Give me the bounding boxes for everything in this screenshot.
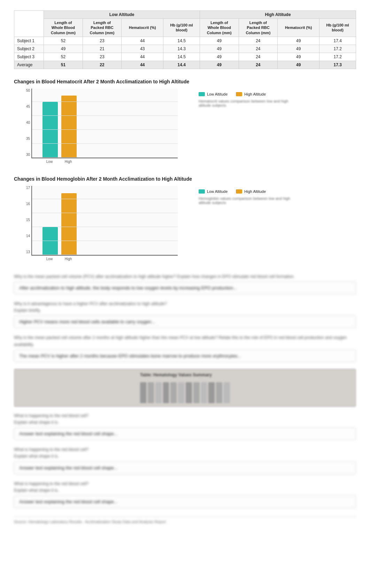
chart2-bar-high — [61, 193, 77, 255]
high-legend-label2: High Altitude — [244, 189, 266, 194]
gridline — [32, 227, 178, 227]
data-cell: 51 — [44, 61, 83, 69]
data-cell: 49 — [278, 61, 319, 69]
gridline — [32, 143, 178, 144]
data-cell: 52 — [44, 37, 83, 45]
low-legend-label: Low Altitude — [207, 92, 228, 96]
chart1-y-labels: 50 45 40 35 30 — [17, 89, 30, 157]
table-row: Subject 249214314.349244917.2 — [14, 45, 356, 53]
blurred-image-table: Table: Hematology Values Summary — [14, 369, 356, 407]
hematology-table: Low Altitude High Altitude Length ofWhol… — [14, 10, 356, 69]
blurred-answer-box-6[interactable]: Answer text explaining the red blood cel… — [14, 495, 356, 508]
subject-cell: Average — [14, 61, 44, 69]
chart1-legend-high: High Altitude — [236, 92, 266, 96]
chart2-note: Hemoglobin values comparison between low… — [199, 196, 296, 205]
col-header-2: Length ofPacked RBCColumn (mm) — [83, 19, 122, 37]
subject-cell: Subject 2 — [14, 45, 44, 53]
col-header-4: Hb (g/100 mlblood) — [163, 19, 200, 37]
chart1-area — [31, 89, 178, 158]
data-cell: 52 — [44, 53, 83, 61]
data-cell: 49 — [200, 45, 239, 53]
subject-cell: Subject 3 — [14, 53, 44, 61]
gridline — [32, 129, 178, 130]
chart1-note: Hematocrit values comparison between low… — [199, 99, 296, 107]
data-cell: 14.3 — [163, 45, 200, 53]
data-cell: 14.5 — [163, 53, 200, 61]
blurred-answer-box-2[interactable]: Higher PCV means more red blood cells av… — [14, 315, 356, 328]
chart2-bars — [32, 186, 178, 255]
high-altitude-header: High Altitude — [200, 11, 356, 19]
blurred-table-content: Table: Hematology Values Summary — [137, 369, 233, 407]
blurred-section-4: What is happening to the red blood cell?… — [14, 413, 356, 440]
blurred-qa-section-2: What is happening to the red blood cell?… — [14, 413, 356, 508]
gridline — [32, 157, 178, 158]
blurred-answer-box-1[interactable]: After acclimatization to high altitude, … — [14, 281, 356, 294]
blurred-section-5: What is happening to the red blood cell?… — [14, 446, 356, 474]
blurred-answer-box-4[interactable]: Answer text explaining the red blood cel… — [14, 427, 356, 440]
data-cell: 49 — [44, 45, 83, 53]
data-cell: 23 — [83, 53, 122, 61]
col-header-7: Hematocrit (%) — [278, 19, 319, 37]
chart1-title: Changes in Blood Hematocrit After 2 Mont… — [14, 79, 356, 84]
data-cell: 14.5 — [163, 37, 200, 45]
high-legend-color2 — [236, 189, 242, 194]
blurred-qa-section: Why is the mean packed cell volume (PCV)… — [14, 273, 356, 362]
data-cell: 17.2 — [319, 53, 356, 61]
chart2-y-labels: 17 16 15 14 13 — [17, 186, 30, 254]
low-altitude-header: Low Altitude — [44, 11, 200, 19]
data-cell: 14.4 — [163, 61, 200, 69]
col-header-3: Hematocrit (%) — [122, 19, 163, 37]
blurred-table-grid — [140, 382, 230, 403]
data-cell: 49 — [200, 37, 239, 45]
data-cell: 17.4 — [319, 37, 356, 45]
chart2-bar-low — [43, 227, 58, 255]
table-row: Subject 152234414.549244917.4 — [14, 37, 356, 45]
data-cell: 17.2 — [319, 45, 356, 53]
data-cell: 49 — [200, 61, 239, 69]
hemoglobin-chart-section: Changes in Blood Hemoglobin After 2 Mont… — [14, 176, 356, 261]
footer-text: Source: Hematology Laboratory Results - … — [14, 517, 356, 524]
blurred-answer-box-5[interactable]: Answer text explaining the red blood cel… — [14, 461, 356, 474]
blurred-answer-box-3[interactable]: The mean PCV is higher after 2 months be… — [14, 349, 356, 362]
chart2-title: Changes in Blood Hemoglobin After 2 Mont… — [14, 176, 356, 182]
blurred-question-2: Why is it advantageous to have a higher … — [14, 301, 356, 314]
data-cell: 21 — [83, 45, 122, 53]
chart2-legend-high: High Altitude — [236, 189, 266, 194]
data-cell: 23 — [83, 37, 122, 45]
table-row: Average51224414.449244917.3 — [14, 61, 356, 69]
low-legend-color — [199, 92, 205, 96]
data-cell: 43 — [122, 45, 163, 53]
data-cell: 49 — [278, 37, 319, 45]
data-cell: 24 — [239, 45, 278, 53]
data-cell: 24 — [239, 53, 278, 61]
gridline — [32, 101, 178, 102]
chart1-x-labels: Low High — [31, 160, 178, 164]
high-legend-label: High Altitude — [244, 92, 266, 96]
chart1-legend-area: Low Altitude High Altitude Hematocrit va… — [199, 89, 296, 107]
blurred-section-2: Why is it advantageous to have a higher … — [14, 301, 356, 328]
gridline — [32, 255, 178, 255]
gridline — [32, 241, 178, 241]
chart2-legend: Low Altitude High Altitude — [199, 189, 296, 194]
chart2-legend-area: Low Altitude High Altitude Hemoglobin va… — [199, 186, 296, 205]
gridline — [32, 213, 178, 213]
blurred-question-1: Why is the mean packed cell volume (PCV)… — [14, 273, 356, 280]
col-header-8: Hb (g/100 mlblood) — [319, 19, 356, 37]
chart1-bar-low — [43, 102, 58, 158]
gridline — [32, 199, 178, 199]
chart1-bars — [32, 89, 178, 158]
data-cell: 44 — [122, 61, 163, 69]
hematocrit-chart-section: Changes in Blood Hematocrit After 2 Mont… — [14, 79, 356, 164]
data-cell: 44 — [122, 37, 163, 45]
blurred-section-3: Why is the mean packed cell volume after… — [14, 334, 356, 362]
data-cell: 24 — [239, 37, 278, 45]
blurred-question-6: What is happening to the red blood cell?… — [14, 481, 356, 494]
blurred-section-1: Why is the mean packed cell volume (PCV)… — [14, 273, 356, 294]
blurred-question-3: Why is the mean packed cell volume after… — [14, 334, 356, 348]
blurred-section-6: What is happening to the red blood cell?… — [14, 481, 356, 508]
col-header-5: Length ofWhole BloodColumn (mm) — [200, 19, 239, 37]
col-header-1: Length ofWhole BloodColumn (mm) — [44, 19, 83, 37]
blurred-table-label: Table: Hematology Values Summary — [140, 372, 230, 377]
data-cell: 49 — [278, 45, 319, 53]
col-header-6: Length ofPacked RBCColumn (mm) — [239, 19, 278, 37]
